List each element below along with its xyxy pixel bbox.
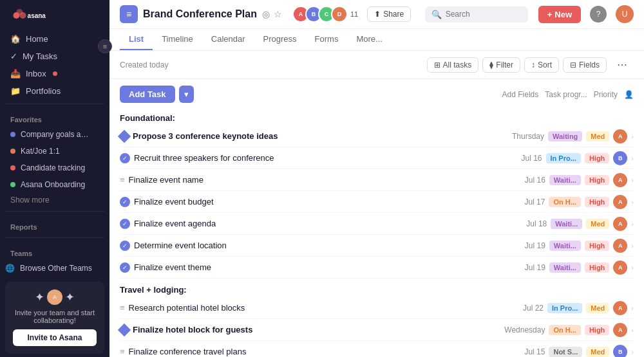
task-chevron-icon[interactable]: ›	[631, 348, 634, 356]
priority-badge[interactable]: Med	[586, 219, 609, 229]
all-tasks-button[interactable]: ⊞ All tasks	[427, 57, 479, 73]
task-assignee-avatar[interactable]: A	[613, 323, 627, 337]
priority-badge[interactable]: High	[585, 241, 609, 251]
status-badge[interactable]: Waiti...	[549, 241, 581, 251]
task-assignee-avatar[interactable]: A	[613, 239, 627, 253]
priority-badge[interactable]: Med	[586, 303, 609, 313]
dot-icon	[10, 165, 15, 170]
task-chevron-icon[interactable]: ›	[631, 304, 634, 312]
sidebar-nav: 🏠 Home ✓ My Tasks 📥 Inbox 📁 Portfolios	[0, 30, 109, 100]
assignee-column[interactable]: 👤	[624, 90, 634, 99]
status-badge[interactable]: In Pro...	[546, 153, 581, 163]
add-task-button[interactable]: Add Task	[120, 86, 175, 103]
tab-more[interactable]: More...	[347, 29, 391, 50]
share-button[interactable]: ⬆ Share	[367, 6, 411, 22]
header-icons: ◎ ☆	[262, 9, 282, 19]
more-options-button[interactable]: ⋯	[611, 56, 634, 73]
fields-button[interactable]: ⊟ Fields	[563, 57, 607, 73]
task-assignee-avatar[interactable]: B	[613, 345, 627, 358]
task-assignee-avatar[interactable]: A	[613, 217, 627, 231]
status-badge[interactable]: Not S...	[549, 347, 582, 357]
task-chevron-icon[interactable]: ›	[631, 220, 634, 228]
sidebar-item-my-tasks[interactable]: ✓ My Tasks	[5, 48, 104, 65]
sidebar-item-label: Home	[26, 34, 48, 44]
task-assignee-avatar[interactable]: A	[613, 129, 627, 143]
sidebar-item-label: Company goals and milest...	[21, 130, 91, 139]
task-chevron-icon[interactable]: ›	[631, 326, 634, 334]
browse-other-teams[interactable]: 🌐 Browse Other Teams	[0, 260, 109, 277]
sort-button[interactable]: ↕ Sort	[524, 57, 559, 73]
sidebar-collapse-btn[interactable]: ≡	[98, 39, 112, 53]
tab-forms[interactable]: Forms	[306, 29, 348, 50]
sidebar-item-asana-onboarding[interactable]: Asana Onboarding	[5, 176, 104, 193]
task-chevron-icon[interactable]: ›	[631, 242, 634, 250]
sidebar-item-portfolios[interactable]: 📁 Portfolios	[5, 82, 104, 100]
task-chevron-icon[interactable]: ›	[631, 154, 634, 162]
tab-timeline[interactable]: Timeline	[153, 29, 202, 50]
tab-calendar[interactable]: Calendar	[202, 29, 254, 50]
sidebar-item-company-goals[interactable]: Company goals and milest...	[5, 126, 104, 143]
task-chevron-icon[interactable]: ›	[631, 176, 634, 184]
add-task-row: Add Task ▾ Add Fields Task progr... Prio…	[120, 79, 634, 107]
priority-badge[interactable]: High	[585, 262, 609, 273]
priority-badge[interactable]: High	[585, 325, 609, 335]
task-date: Jul 19	[500, 263, 545, 272]
priority-badge[interactable]: High	[585, 175, 609, 185]
star-icon[interactable]: ☆	[274, 9, 282, 19]
priority-badge[interactable]: High	[585, 153, 609, 163]
tab-progress[interactable]: Progress	[254, 29, 306, 50]
user-avatar[interactable]: U	[616, 5, 634, 23]
task-name: Finalize event name	[129, 175, 497, 185]
search-input[interactable]	[446, 10, 522, 19]
task-row: ≡ Research potential hotel blocks Jul 22…	[120, 297, 634, 319]
task-chevron-icon[interactable]: ›	[631, 133, 634, 140]
task-check-icon[interactable]	[120, 219, 130, 229]
sidebar-item-candidate-tracking[interactable]: Candidate tracking	[5, 160, 104, 176]
add-fields-button[interactable]: Add Fields	[502, 90, 539, 99]
task-assignee-avatar[interactable]: B	[613, 151, 627, 165]
sidebar-item-label: Kat/Joe 1:1	[21, 147, 60, 156]
favorites-list: Company goals and milest... Kat/Joe 1:1 …	[0, 126, 109, 193]
task-chevron-icon[interactable]: ›	[631, 264, 634, 271]
toolbar: Created today ⊞ All tasks ⧫ Filter ↕ Sor…	[109, 51, 644, 79]
new-button[interactable]: + New	[538, 6, 581, 23]
task-chevron-icon[interactable]: ›	[631, 198, 634, 206]
task-date: Thursday	[499, 132, 544, 141]
task-assignee-avatar[interactable]: A	[613, 173, 627, 187]
status-badge[interactable]: Waiti...	[551, 219, 582, 229]
task-assignee-avatar[interactable]: A	[613, 261, 627, 275]
task-check-icon[interactable]	[120, 153, 130, 163]
sidebar-item-kat-joe[interactable]: Kat/Joe 1:1	[5, 143, 104, 160]
task-progress-column[interactable]: Task progr...	[545, 90, 587, 99]
priority-badge[interactable]: Med	[586, 347, 609, 357]
status-badge[interactable]: Waiti...	[549, 175, 581, 185]
task-check-icon[interactable]	[120, 262, 130, 273]
task-check-icon[interactable]	[120, 197, 130, 207]
svg-point-2	[16, 9, 23, 15]
invite-avatars: ✦ A ✦	[13, 289, 97, 305]
priority-badge[interactable]: High	[585, 197, 609, 207]
priority-column[interactable]: Priority	[594, 90, 618, 99]
help-button[interactable]: ?	[590, 6, 607, 23]
status-badge[interactable]: In Pro...	[547, 303, 582, 313]
inbox-badge	[53, 71, 57, 76]
priority-badge[interactable]: Med	[586, 131, 609, 142]
task-assignee-avatar[interactable]: A	[613, 301, 627, 315]
invite-to-asana-button[interactable]: Invite to Asana	[13, 329, 97, 346]
sparkle-icon-2: ✦	[65, 290, 75, 304]
add-task-dropdown[interactable]: ▾	[179, 86, 194, 103]
status-badge[interactable]: Waiting	[548, 131, 582, 142]
sidebar-item-inbox[interactable]: 📥 Inbox	[5, 65, 104, 82]
status-icon[interactable]: ◎	[262, 9, 270, 19]
task-row: Determine event location Jul 19 Waiti...…	[120, 235, 634, 257]
task-check-icon[interactable]	[120, 241, 130, 251]
task-doc-icon: ≡	[120, 303, 125, 313]
task-assignee-avatar[interactable]: A	[613, 195, 627, 209]
status-badge[interactable]: On H...	[549, 325, 580, 335]
filter-button[interactable]: ⧫ Filter	[482, 57, 520, 73]
status-badge[interactable]: Waiti...	[549, 262, 581, 273]
show-more[interactable]: Show more	[0, 193, 109, 207]
sidebar-item-home[interactable]: 🏠 Home	[5, 30, 104, 48]
status-badge[interactable]: On H...	[549, 197, 580, 207]
tab-list[interactable]: List	[120, 29, 153, 50]
